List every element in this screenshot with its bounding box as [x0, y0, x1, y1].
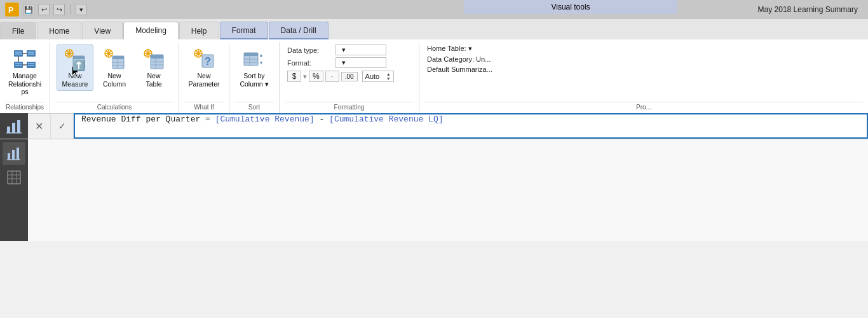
cancel-icon: ✕ [35, 120, 43, 132]
manage-relationships-button[interactable]: ManageRelationships [6, 45, 43, 99]
svg-rect-33 [112, 56, 124, 59]
new-measure-label: NewMeasure [58, 72, 92, 88]
formula-prefix: Revenue Diff per Quarter = [81, 114, 215, 124]
sort-by-column-button[interactable]: Sort byColumn ▾ [236, 45, 273, 91]
undo-button[interactable]: ↩ [38, 4, 50, 15]
ribbon-group-whatif: ? NewParameter What If [179, 42, 229, 113]
app-logo: P [5, 3, 19, 17]
arrow-down: ▼ [386, 76, 391, 81]
table-sidebar-icon[interactable] [3, 166, 25, 189]
canvas-area [28, 139, 868, 241]
svg-rect-64 [12, 150, 15, 160]
relationships-group-content: ManageRelationships [5, 42, 44, 100]
datatype-dropdown[interactable]: ▾ [336, 45, 386, 55]
format-label: Format: [287, 59, 332, 67]
percent-button[interactable]: % [309, 71, 323, 82]
sort-group-content: Sort byColumn ▾ [234, 42, 274, 100]
format-dropdown[interactable]: ▾ [336, 57, 386, 68]
new-measure-button[interactable]: NewMeasure ⬆️ [57, 45, 93, 91]
new-column-icon [103, 48, 126, 71]
properties-group-label: Pro... [424, 102, 863, 113]
sort-by-column-label: Sort byColumn ▾ [238, 72, 271, 88]
new-table-button[interactable]: NewTable [135, 45, 172, 91]
svg-rect-63 [8, 153, 10, 160]
visual-tools-label: Visual tools [551, 3, 590, 11]
svg-rect-23 [73, 56, 85, 59]
ribbon-group-formatting: Data type: ▾ Format: ▾ $ ▾ % · .00 [280, 42, 419, 113]
formula-bar: ✕ ✓ Revenue Diff per Quarter = [Cumulati… [0, 114, 868, 139]
format-row-container: Format: ▾ [287, 57, 394, 68]
svg-rect-61 [17, 120, 20, 133]
tab-help[interactable]: Help [179, 22, 219, 39]
tab-view[interactable]: View [82, 22, 123, 39]
formula-cancel-button[interactable]: ✕ [28, 113, 51, 139]
title-bar: P 💾 ↩ ↪ ▾ Visual tools May 2018 Learning… [0, 0, 868, 19]
tab-file[interactable]: File [0, 22, 36, 39]
svg-rect-6 [28, 52, 34, 53]
redo-button[interactable]: ↪ [53, 4, 65, 15]
currency-button[interactable]: $ [287, 71, 301, 82]
whatif-group-label: What If [184, 102, 224, 113]
svg-rect-3 [15, 52, 22, 53]
properties-group-content: Home Table: ▾ Data Category: Un... Defau… [424, 42, 863, 100]
formula-part2: [Cumulative Revenue LQ] [329, 114, 443, 124]
new-parameter-button[interactable]: ? NewParameter [186, 45, 222, 91]
hometable-row: Home Table: ▾ [427, 45, 860, 53]
auto-spinner[interactable]: Auto ▲ ▼ [362, 71, 394, 82]
tab-datadrill[interactable]: Data / Drill [269, 22, 329, 39]
new-column-button[interactable]: NewColumn [96, 45, 133, 91]
spinner-arrows[interactable]: ▲ ▼ [386, 72, 391, 81]
defaultsummarization-label: Default Summariza... [427, 66, 492, 73]
auto-label: Auto [365, 73, 380, 80]
tab-home[interactable]: Home [37, 22, 81, 39]
datatype-row: Data type: ▾ [287, 45, 394, 55]
svg-rect-4 [15, 53, 22, 55]
datacategory-row: Data Category: Un... [427, 55, 860, 63]
formula-confirm-button[interactable]: ✓ [51, 113, 74, 139]
hometable-label: Home Table: [427, 45, 466, 52]
chart-sidebar-icon[interactable] [3, 142, 25, 165]
new-measure-icon [64, 48, 86, 71]
tab-format[interactable]: Format [220, 22, 268, 39]
svg-text:P: P [8, 6, 13, 15]
ribbon-group-properties: Home Table: ▾ Data Category: Un... Defau… [419, 42, 868, 113]
left-sidebar [0, 139, 28, 241]
arrow-up: ▲ [386, 72, 391, 76]
svg-rect-7 [28, 53, 34, 55]
new-parameter-label: NewParameter [187, 72, 220, 88]
formula-input[interactable]: Revenue Diff per Quarter = [Cumulative R… [74, 113, 868, 139]
manage-relationships-icon [13, 48, 36, 71]
datatype-value [339, 46, 341, 54]
manage-relationships-label: ManageRelationships [8, 72, 41, 96]
formula-op: - [315, 114, 329, 124]
ribbon-group-relationships: ManageRelationships Relationships [0, 42, 50, 113]
number-format-row: $ ▾ % · .00 Auto ▲ ▼ [287, 71, 394, 82]
format-separator1: ▾ [303, 73, 307, 81]
sort-group-label: Sort [234, 102, 274, 113]
confirm-icon: ✓ [58, 121, 66, 131]
tab-modeling[interactable]: Modeling [123, 22, 179, 39]
formatting-group-content: Data type: ▾ Format: ▾ $ ▾ % · .00 [285, 42, 397, 100]
svg-rect-60 [12, 123, 15, 133]
toolbar-divider [70, 4, 71, 15]
decimal-button[interactable]: .00 [341, 72, 358, 81]
chart-view-icon [0, 113, 28, 139]
save-button[interactable]: 💾 [23, 4, 34, 15]
svg-rect-11 [15, 65, 22, 66]
datatype-arrow: ▾ [342, 46, 346, 54]
svg-rect-67 [8, 171, 20, 184]
svg-rect-65 [17, 148, 19, 160]
svg-rect-55 [244, 53, 258, 56]
svg-rect-13 [28, 63, 34, 64]
ribbon-group-sort: Sort byColumn ▾ Sort [229, 42, 280, 113]
dot-button[interactable]: · [325, 71, 339, 82]
svg-rect-43 [151, 55, 163, 59]
visual-tools-bar: Visual tools [464, 0, 677, 14]
svg-text:?: ? [205, 56, 211, 67]
format-value [339, 59, 341, 67]
customize-button[interactable]: ▾ [76, 4, 87, 15]
sort-by-column-icon [243, 48, 266, 71]
ribbon: ManageRelationships Relationships [0, 39, 868, 114]
tab-bar: File Home View Modeling Help Format Data… [0, 19, 868, 39]
hometable-arrow: ▾ [468, 45, 472, 52]
